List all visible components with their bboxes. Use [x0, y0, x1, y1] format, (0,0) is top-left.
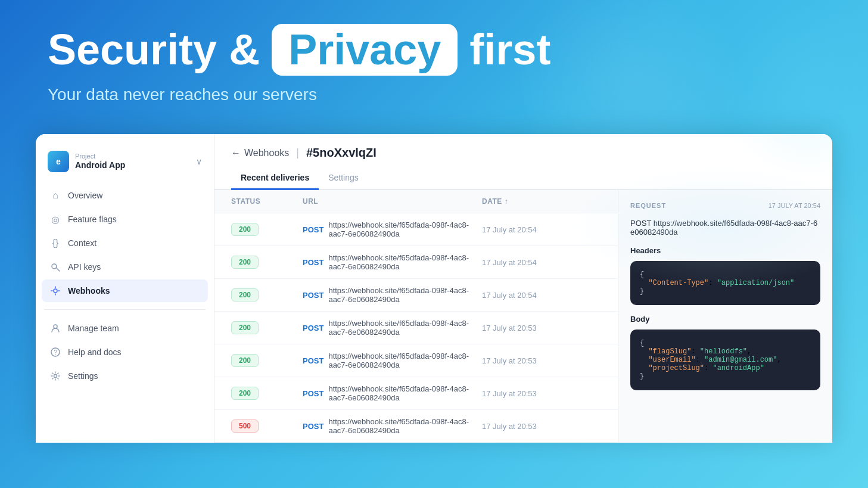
- url-cell: POST https://webhook.site/f65dfada-098f-…: [303, 352, 482, 369]
- sidebar-item-api-keys[interactable]: API keys: [42, 256, 208, 278]
- team-icon: [50, 323, 61, 334]
- url-cell: POST https://webhook.site/f65dfada-098f-…: [303, 253, 482, 271]
- status-badge: 200: [231, 354, 259, 367]
- sort-icon: ↑: [505, 197, 509, 206]
- url-cell: POST https://webhook.site/f65dfada-098f-…: [303, 384, 482, 402]
- url-text: https://webhook.site/f65dfada-098f-4ac8-…: [328, 253, 482, 271]
- sidebar-item-context[interactable]: {} Context: [42, 232, 208, 254]
- panel-header: REQUEST 17 JULY AT 20:54: [630, 202, 820, 209]
- project-label: Project: [75, 153, 196, 160]
- key-icon: [50, 262, 61, 272]
- sidebar-item-label: Context: [68, 238, 97, 248]
- webhook-id: #5noXxvlqZI: [306, 146, 377, 160]
- url-text: https://webhook.site/f65dfada-098f-4ac8-…: [328, 286, 482, 304]
- url-cell: POST https://webhook.site/f65dfada-098f-…: [303, 286, 482, 304]
- tabs: Recent deliveries Settings: [214, 167, 832, 190]
- url-text: https://webhook.site/f65dfada-098f-4ac8-…: [328, 319, 482, 337]
- project-info: Project Android App: [75, 153, 196, 170]
- deliveries-table: Status Url Date ↑ 200 POST https://webho…: [214, 190, 618, 443]
- sidebar-item-feature-flags[interactable]: ◎ Feature flags: [42, 208, 208, 231]
- body-code-block: { "flagSlug": "helloddfs", "userEmail": …: [630, 330, 820, 390]
- sidebar-item-label: Manage team: [68, 324, 119, 333]
- hero-title-part2: first: [469, 26, 550, 73]
- settings-icon: [50, 371, 61, 381]
- panel-label: REQUEST: [630, 202, 666, 209]
- col-url: Url: [303, 197, 482, 206]
- sidebar-bottom: Manage team ? Help and docs: [36, 317, 214, 387]
- status-badge: 200: [231, 387, 259, 400]
- headers-label: Headers: [630, 246, 820, 255]
- table-row[interactable]: 200 POST https://webhook.site/f65dfada-0…: [214, 279, 618, 312]
- context-icon: {}: [50, 238, 61, 248]
- table-row[interactable]: 200 POST https://webhook.site/f65dfada-0…: [214, 377, 618, 410]
- table-header: Status Url Date ↑: [214, 190, 618, 213]
- back-to-webhooks[interactable]: ← Webhooks: [231, 148, 289, 158]
- sidebar-item-overview[interactable]: ⌂ Overview: [42, 184, 208, 207]
- status-badge: 200: [231, 223, 259, 236]
- status-cell: 200: [231, 288, 303, 301]
- hero-title: Security & Privacy first: [48, 24, 820, 76]
- webhook-icon: [50, 285, 61, 296]
- tab-settings[interactable]: Settings: [319, 167, 368, 190]
- url-text: https://webhook.site/f65dfada-098f-4ac8-…: [328, 352, 482, 369]
- url-cell: POST https://webhook.site/f65dfada-098f-…: [303, 417, 482, 435]
- sidebar-item-webhooks[interactable]: Webhooks: [42, 279, 208, 302]
- status-cell: 200: [231, 223, 303, 236]
- date-cell: 17 July at 20:53: [482, 324, 601, 332]
- date-cell: 17 July at 20:53: [482, 389, 601, 398]
- table-row[interactable]: 200 POST https://webhook.site/f65dfada-0…: [214, 246, 618, 279]
- method-tag: POST: [303, 225, 323, 234]
- col-date[interactable]: Date ↑: [482, 197, 601, 206]
- tab-recent-deliveries[interactable]: Recent deliveries: [231, 167, 319, 190]
- status-badge: 500: [231, 419, 259, 433]
- sidebar-item-label: Webhooks: [68, 286, 110, 296]
- svg-point-2: [54, 289, 57, 293]
- date-cell: 17 July at 20:54: [482, 291, 601, 300]
- url-cell: POST https://webhook.site/f65dfada-098f-…: [303, 319, 482, 337]
- sidebar-item-manage-team[interactable]: Manage team: [42, 317, 208, 340]
- app-window: e Project Android App ∨ ⌂ Overview ◎ Fea…: [36, 134, 832, 443]
- privacy-badge: Privacy: [272, 24, 458, 76]
- method-tag: POST: [303, 356, 323, 365]
- method-tag: POST: [303, 324, 323, 332]
- status-cell: 200: [231, 354, 303, 367]
- project-logo: e: [48, 151, 69, 172]
- url-text: https://webhook.site/f65dfada-098f-4ac8-…: [328, 220, 482, 238]
- status-badge: 200: [231, 288, 259, 301]
- back-label: Webhooks: [244, 148, 289, 158]
- hero-title-part1: Security &: [48, 26, 260, 73]
- chevron-down-icon: ∨: [196, 157, 202, 166]
- status-cell: 500: [231, 419, 303, 433]
- url-text: https://webhook.site/f65dfada-098f-4ac8-…: [328, 384, 482, 402]
- svg-point-0: [52, 264, 57, 269]
- hero-subtitle: Your data never reaches our servers: [48, 85, 820, 104]
- sidebar-nav: ⌂ Overview ◎ Feature flags {} Context AP…: [36, 184, 214, 302]
- table-row[interactable]: 200 POST https://webhook.site/f65dfada-0…: [214, 312, 618, 344]
- table-row[interactable]: 200 POST https://webhook.site/f65dfada-0…: [214, 213, 618, 246]
- webhooks-header: ← Webhooks | #5noXxvlqZI: [214, 134, 832, 160]
- project-selector[interactable]: e Project Android App ∨: [36, 144, 214, 179]
- sidebar-item-help-docs[interactable]: ? Help and docs: [42, 341, 208, 363]
- panel-date: 17 JULY AT 20:54: [769, 202, 820, 209]
- flag-icon: ◎: [50, 214, 61, 225]
- sidebar-item-settings[interactable]: Settings: [42, 365, 208, 387]
- url-text: https://webhook.site/f65dfada-098f-4ac8-…: [328, 417, 482, 435]
- method-tag: POST: [303, 291, 323, 300]
- project-name: Android App: [75, 160, 125, 170]
- sidebar: e Project Android App ∨ ⌂ Overview ◎ Fea…: [36, 134, 214, 443]
- svg-text:?: ?: [54, 349, 58, 356]
- method-tag: POST: [303, 258, 323, 267]
- status-badge: 200: [231, 321, 259, 334]
- status-cell: 200: [231, 321, 303, 334]
- table-row[interactable]: 200 POST https://webhook.site/f65dfada-0…: [214, 344, 618, 377]
- panel-url: POST https://webhook.site/f65dfada-098f-…: [630, 219, 820, 237]
- home-icon: ⌂: [50, 190, 61, 201]
- hero-section: Security & Privacy first Your data never…: [0, 0, 868, 134]
- svg-point-3: [54, 325, 57, 328]
- date-cell: 17 July at 20:53: [482, 422, 601, 431]
- status-cell: 200: [231, 387, 303, 400]
- date-cell: 17 July at 20:53: [482, 356, 601, 365]
- sidebar-item-label: Help and docs: [68, 347, 122, 357]
- status-cell: 200: [231, 256, 303, 269]
- table-row[interactable]: 500 POST https://webhook.site/f65dfada-0…: [214, 410, 618, 443]
